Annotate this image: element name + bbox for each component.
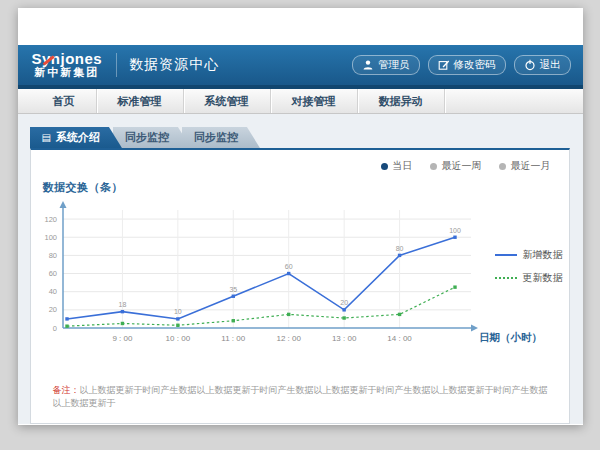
chart-card: 当日 最近一周 最近一月 数据交换（条） 0204060801001209 : … — [30, 148, 570, 424]
svg-text:100: 100 — [44, 233, 57, 242]
nav-item-system-mgmt[interactable]: 系统管理 — [184, 89, 271, 113]
svg-text:80: 80 — [48, 251, 56, 260]
svg-text:12 : 00: 12 : 00 — [276, 334, 301, 343]
admin-user-button[interactable]: 管理员 — [352, 55, 420, 75]
main-nav: 首页 标准管理 系统管理 对接管理 数据异动 — [18, 89, 583, 114]
svg-text:20: 20 — [48, 305, 56, 314]
chart-area: 0204060801001209 : 0010 : 0011 : 0012 : … — [31, 196, 569, 360]
top-strip — [18, 8, 583, 45]
svg-text:18: 18 — [118, 301, 126, 308]
edit-icon — [438, 59, 450, 71]
radio-last-month[interactable]: 最近一月 — [499, 159, 551, 173]
solid-line-swatch — [495, 254, 517, 256]
user-icon — [362, 59, 374, 71]
nav-item-data-change[interactable]: 数据异动 — [358, 89, 445, 113]
content-area: 系统介绍 同步监控 同步监控 当日 最近一周 — [18, 114, 583, 424]
nav-item-integration-mgmt[interactable]: 对接管理 — [271, 89, 358, 113]
app-window: Synjones 新中新集团 数据资源中心 管理员 修改密码 退出 首页 标准 — [18, 8, 583, 425]
dotted-line-swatch — [495, 277, 517, 279]
svg-text:20: 20 — [340, 299, 348, 306]
header-divider — [116, 53, 117, 77]
footnote: 备注：以上数据更新于时间产生数据以上数据更新于时间产生数据以上数据更新于时间产生… — [53, 384, 555, 409]
document-icon — [42, 131, 56, 143]
logo-subtitle: 新中新集团 — [32, 67, 103, 79]
svg-text:80: 80 — [395, 245, 403, 252]
header: Synjones 新中新集团 数据资源中心 管理员 修改密码 退出 — [18, 45, 583, 85]
svg-text:40: 40 — [48, 287, 56, 296]
svg-text:35: 35 — [229, 286, 237, 293]
tab-bar: 系统介绍 同步监控 同步监控 — [30, 127, 583, 148]
svg-text:11 : 00: 11 : 00 — [221, 334, 245, 343]
logo-name: Synjones — [32, 51, 103, 67]
time-range-filters: 当日 最近一周 最近一月 — [31, 155, 569, 173]
logout-button[interactable]: 退出 — [514, 55, 571, 75]
svg-text:10: 10 — [173, 308, 181, 315]
svg-text:9 : 00: 9 : 00 — [112, 334, 133, 343]
line-chart: 0204060801001209 : 0010 : 0011 : 0012 : … — [31, 196, 567, 360]
svg-text:120: 120 — [44, 215, 57, 224]
radio-today[interactable]: 当日 — [381, 159, 413, 173]
svg-text:60: 60 — [48, 269, 56, 278]
chart-legend: 新增数据 更新数据 — [495, 248, 563, 294]
svg-text:日期（小时）: 日期（小时） — [479, 331, 542, 344]
legend-new-data: 新增数据 — [495, 248, 563, 262]
svg-text:60: 60 — [284, 263, 292, 270]
svg-text:13 : 00: 13 : 00 — [331, 334, 356, 343]
y-axis-title: 数据交换（条） — [43, 180, 569, 195]
power-icon — [524, 59, 536, 71]
tab-system-intro[interactable]: 系统介绍 — [30, 127, 122, 148]
company-logo: Synjones 新中新集团 — [30, 49, 105, 80]
nav-item-standard-mgmt[interactable]: 标准管理 — [97, 89, 184, 113]
tab-sync-monitor-2[interactable]: 同步监控 — [182, 127, 260, 148]
svg-text:14 : 00: 14 : 00 — [387, 334, 412, 343]
legend-updated-data: 更新数据 — [495, 271, 563, 285]
radio-dot — [381, 163, 388, 170]
footnote-label: 备注： — [53, 385, 80, 395]
radio-dot — [430, 163, 437, 170]
svg-text:0: 0 — [52, 324, 56, 333]
radio-dot — [499, 163, 506, 170]
svg-text:10 : 00: 10 : 00 — [165, 334, 190, 343]
radio-last-week[interactable]: 最近一周 — [430, 159, 482, 173]
tab-sync-monitor-1[interactable]: 同步监控 — [113, 127, 191, 148]
svg-text:100: 100 — [449, 227, 461, 234]
change-password-button[interactable]: 修改密码 — [428, 55, 506, 75]
page-title: 数据资源中心 — [129, 56, 219, 74]
nav-item-home[interactable]: 首页 — [32, 89, 97, 113]
